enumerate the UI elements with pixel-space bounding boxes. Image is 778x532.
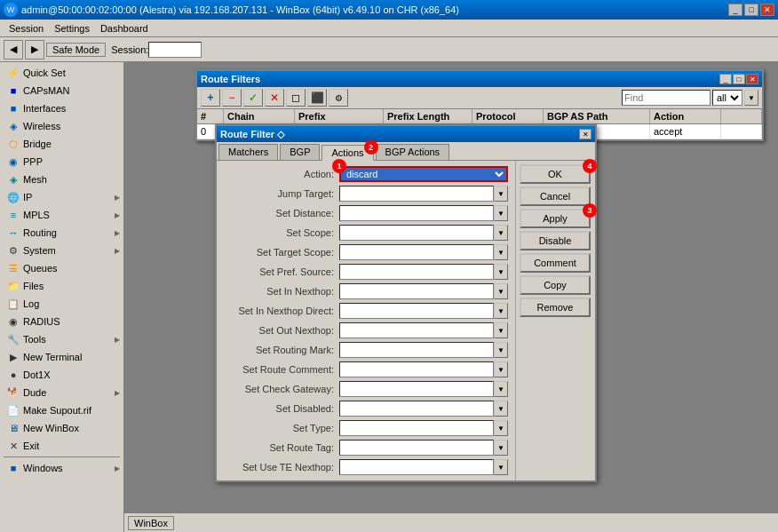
set-distance-dropdown[interactable]: ▼ [494, 205, 508, 221]
set-use-te-nexthop-dropdown[interactable]: ▼ [494, 459, 508, 475]
sidebar-item-make-supout[interactable]: 📄 Make Supout.rif [0, 401, 123, 419]
back-button[interactable]: ◀ [4, 40, 23, 60]
sidebar-item-interfaces[interactable]: ■ Interfaces [0, 99, 123, 117]
close-button[interactable]: ✕ [760, 4, 774, 16]
filter-button[interactable]: ⬛ [307, 89, 327, 107]
set-out-nexthop-dropdown[interactable]: ▼ [494, 322, 508, 338]
menu-dashboard[interactable]: Dashboard [95, 22, 154, 35]
set-in-nexthop-input[interactable] [339, 283, 494, 299]
comment-button[interactable]: Comment [520, 253, 591, 273]
ok-button[interactable]: OK [520, 164, 591, 184]
col-chain: Chain [224, 109, 295, 123]
sidebar-item-windows[interactable]: ■ Windows [0, 459, 123, 477]
search-dropdown-button[interactable]: ▼ [744, 90, 758, 106]
enable-button[interactable]: ✓ [243, 89, 263, 107]
windows-bar: WinBox [124, 512, 778, 532]
set-check-gateway-dropdown[interactable]: ▼ [494, 381, 508, 397]
sidebar-item-capsman[interactable]: ■ CAPsMAN [0, 82, 123, 99]
set-target-scope-dropdown[interactable]: ▼ [494, 244, 508, 260]
sort-filter-button[interactable]: ⚙ [329, 89, 348, 107]
sidebar-item-mesh[interactable]: ◈ Mesh [0, 171, 123, 188]
tab-actions[interactable]: Actions 2 [322, 145, 373, 161]
set-route-comment-dropdown[interactable]: ▼ [494, 361, 508, 377]
remove-toolbar-button[interactable]: − [222, 89, 242, 107]
forward-button[interactable]: ▶ [25, 40, 44, 60]
set-use-te-nexthop-input[interactable] [339, 459, 494, 475]
sidebar-item-new-terminal[interactable]: ▶ New Terminal [0, 348, 123, 366]
set-scope-input[interactable] [339, 225, 494, 241]
set-type-dropdown[interactable]: ▼ [494, 420, 508, 436]
set-routing-mark-input[interactable] [339, 342, 494, 358]
safe-mode-button[interactable]: Safe Mode [46, 43, 106, 57]
sidebar-item-new-winbox[interactable]: 🖥 New WinBox [0, 419, 123, 437]
set-pref-source-input[interactable] [339, 264, 494, 280]
sidebar-item-radius[interactable]: ◉ RADIUS [0, 313, 123, 330]
rf-maximize-button[interactable]: □ [733, 74, 745, 84]
set-routing-mark-dropdown[interactable]: ▼ [494, 342, 508, 358]
sidebar-item-files[interactable]: 📁 Files [0, 277, 123, 295]
sidebar-item-quick-set[interactable]: ⚡ Quick Set [0, 64, 123, 82]
add-button[interactable]: + [201, 89, 220, 107]
maximize-button[interactable]: □ [744, 4, 758, 16]
menu-session[interactable]: Session [4, 22, 49, 35]
jump-target-input[interactable] [339, 186, 494, 202]
dialog-close-button[interactable]: ✕ [579, 129, 591, 139]
sidebar-item-wireless[interactable]: ◈ Wireless [0, 117, 123, 135]
dialog-form: Action: 1 discard accept reject jump [217, 161, 515, 480]
action-select[interactable]: discard accept reject jump [339, 166, 508, 182]
set-in-nexthop-direct-input[interactable] [339, 303, 494, 319]
sidebar-item-routing[interactable]: ↔ Routing [0, 224, 123, 242]
set-out-nexthop-input[interactable] [339, 322, 494, 338]
sidebar-item-system[interactable]: ⚙ System [0, 242, 123, 259]
tab-bgp[interactable]: BGP [280, 144, 320, 160]
search-input[interactable] [622, 90, 711, 106]
set-target-scope-input[interactable] [339, 244, 494, 260]
apply-button[interactable]: Apply [520, 209, 591, 228]
sidebar-item-exit[interactable]: ✕ Exit [0, 437, 123, 455]
remove-button[interactable]: Remove [520, 298, 591, 317]
sidebar-item-ip[interactable]: 🌐 IP [0, 188, 123, 206]
sidebar-item-dude[interactable]: 🐕 Dude [0, 384, 123, 401]
set-check-gateway-input[interactable] [339, 381, 494, 397]
set-scope-dropdown[interactable]: ▼ [494, 225, 508, 241]
copy-toolbar-button[interactable]: ◻ [286, 89, 306, 107]
bridge-icon: ⬡ [7, 138, 20, 150]
sidebar-item-tools[interactable]: 🔧 Tools [0, 330, 123, 348]
search-select[interactable]: all [712, 90, 742, 106]
tab-bgp-actions[interactable]: BGP Actions [376, 144, 450, 160]
jump-target-dropdown[interactable]: ▼ [494, 186, 508, 202]
set-disabled-input[interactable] [339, 401, 494, 417]
set-route-tag-input[interactable] [339, 440, 494, 456]
sidebar-item-mpls[interactable]: ≡ MPLS [0, 206, 123, 224]
rf-close-button[interactable]: ✕ [746, 74, 758, 84]
sidebar-item-ppp[interactable]: ◉ PPP [0, 153, 123, 171]
copy-button[interactable]: Copy [520, 275, 591, 295]
set-pref-source-dropdown[interactable]: ▼ [494, 264, 508, 280]
winbox-taskbar-item[interactable]: WinBox [128, 516, 174, 530]
disable-button[interactable]: Disable [520, 231, 591, 250]
dialog-title-bar: Route Filter ◇ ✕ [217, 126, 595, 142]
cancel-button[interactable]: Cancel [520, 187, 591, 206]
set-in-nexthop-direct-dropdown[interactable]: ▼ [494, 303, 508, 319]
tab-matchers[interactable]: Matchers [218, 144, 278, 160]
sidebar-item-label: Exit [23, 441, 39, 451]
sidebar-item-log[interactable]: 📋 Log [0, 295, 123, 313]
sidebar-item-queues[interactable]: ☰ Queues [0, 259, 123, 277]
rf-minimize-button[interactable]: _ [719, 74, 732, 84]
set-route-tag-dropdown[interactable]: ▼ [494, 440, 508, 456]
set-in-nexthop-dropdown[interactable]: ▼ [494, 283, 508, 299]
disable-toolbar-button[interactable]: ✕ [265, 89, 284, 107]
menu-settings[interactable]: Settings [49, 22, 95, 35]
session-input[interactable] [148, 42, 202, 58]
set-route-comment-input[interactable] [339, 361, 494, 377]
sidebar-item-label: New Terminal [23, 352, 82, 362]
set-type-input[interactable] [339, 420, 494, 436]
set-distance-control: ▼ [339, 205, 508, 221]
col-protocol: Protocol [472, 109, 544, 123]
sidebar-item-dot1x[interactable]: ● Dot1X [0, 366, 123, 384]
set-distance-input[interactable] [339, 205, 494, 221]
sidebar-item-bridge[interactable]: ⬡ Bridge [0, 135, 123, 153]
dialog-title: Route Filter ◇ [220, 129, 579, 140]
minimize-button[interactable]: _ [728, 4, 742, 16]
set-disabled-dropdown[interactable]: ▼ [494, 401, 508, 417]
